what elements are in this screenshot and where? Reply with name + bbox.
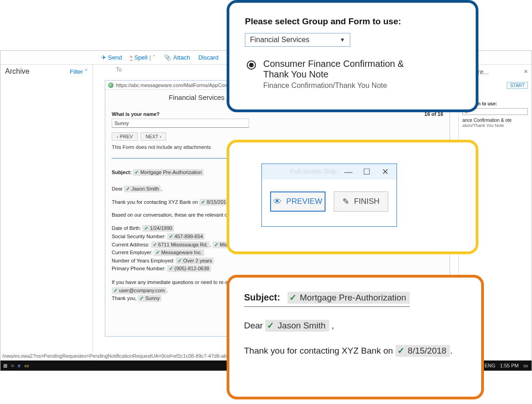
subject-value: Mortgage Pre-Authorization bbox=[140, 169, 202, 176]
finish-button[interactable]: ✎ FINISH bbox=[334, 191, 388, 212]
check-icon: ✓ bbox=[156, 249, 160, 256]
cortana-icon[interactable]: ○ bbox=[11, 363, 14, 368]
check-icon: ✓ bbox=[178, 257, 182, 264]
thankyou-text: Thank you, bbox=[112, 295, 136, 301]
close-icon[interactable]: ✕ bbox=[381, 168, 389, 176]
subject-label: Subject: bbox=[244, 292, 280, 302]
chevron-down-icon: ˅ bbox=[85, 68, 88, 75]
employer-chip: ✓Messageware Inc. bbox=[154, 249, 204, 256]
windows-start-icon[interactable]: ⊞ bbox=[3, 363, 7, 369]
page-icon bbox=[108, 82, 114, 88]
contact-date-chip: ✓8/15/2018 bbox=[199, 199, 231, 206]
next-button[interactable]: NEXT › bbox=[141, 132, 166, 141]
spell-label: Spell bbox=[134, 54, 147, 61]
dob-chip: ✓1/24/1990 bbox=[142, 225, 174, 232]
check-icon: ✓ bbox=[267, 321, 274, 331]
start-button[interactable]: START bbox=[507, 82, 528, 89]
thankyou-line: Thank you for contacting XYZ Bank on bbox=[244, 346, 393, 355]
maximize-icon[interactable]: ☐ bbox=[363, 168, 371, 176]
email-chip: ✓user@company.com bbox=[112, 287, 167, 294]
send-label: Send bbox=[108, 54, 122, 61]
radio-selected-icon bbox=[247, 60, 256, 70]
years-label: Number of Years Employed: bbox=[112, 258, 174, 263]
discard-button[interactable]: Discard bbox=[198, 54, 218, 61]
edge-icon[interactable]: e bbox=[18, 363, 21, 368]
notification-icon[interactable]: ▭ bbox=[523, 363, 528, 369]
radio-subtitle: Finance Confirmation/Thank You Note bbox=[263, 82, 404, 90]
callout-blue-instruction: Please select Group and Form to use: bbox=[245, 16, 460, 27]
dear-text: Dear bbox=[244, 321, 263, 330]
preview-button[interactable]: 👁 PREVIEW bbox=[270, 191, 326, 212]
signer-chip: ✓Sunny bbox=[138, 295, 161, 302]
phone-chip: ✓(905)-812-0638 bbox=[167, 265, 211, 272]
preview-window: Full-screen Snip — ☐ ✕ 👁 PREVIEW ✎ FINIS… bbox=[261, 164, 397, 227]
employer-label: Current Employer: bbox=[112, 250, 152, 255]
tray-time[interactable]: 1:55 PM bbox=[500, 363, 519, 368]
ghost-title: Full-screen Snip bbox=[290, 168, 337, 175]
tray-lang[interactable]: ENG bbox=[484, 363, 495, 368]
callout-preview-finish: Full-screen Snip — ☐ ✕ 👁 PREVIEW ✎ FINIS… bbox=[227, 140, 478, 254]
check-icon: ✓ bbox=[201, 199, 205, 206]
edit-icon: ✎ bbox=[342, 197, 349, 207]
send-icon: ✈ bbox=[101, 54, 106, 61]
minimize-icon[interactable]: — bbox=[344, 168, 353, 176]
check-icon: ✓ bbox=[126, 186, 130, 192]
check-icon: ✓ bbox=[153, 241, 157, 248]
spell-icon: ᵃ bbox=[130, 54, 132, 61]
ssn-chip: ✓457-899-654 bbox=[167, 233, 205, 240]
window-titlebar: Full-screen Snip — ☐ ✕ bbox=[262, 164, 396, 180]
archive-title: Archive bbox=[5, 67, 29, 76]
check-icon: ✓ bbox=[140, 295, 144, 302]
check-icon: ✓ bbox=[289, 293, 297, 303]
paperclip-icon: 📎 bbox=[164, 54, 171, 61]
send-button[interactable]: ✈ Send bbox=[101, 54, 122, 61]
subject-chip: ✓ Mortgage Pre-Authorization bbox=[288, 292, 410, 304]
check-icon: ✓ bbox=[114, 287, 118, 294]
question-input[interactable] bbox=[112, 119, 249, 128]
recipient-chip: ✓ Jason Smith bbox=[265, 320, 329, 332]
right-radio-item[interactable]: ance Confirmation & ote ation/Thank You … bbox=[462, 118, 528, 128]
dropdown-value: Financial Services bbox=[250, 36, 309, 44]
dropdown-caret-icon: | ˅ bbox=[149, 54, 156, 61]
contact-date-chip: ✓ 8/15/2018 bbox=[396, 345, 451, 357]
attach-button[interactable]: 📎 Attach bbox=[164, 54, 190, 61]
check-icon: ✓ bbox=[214, 241, 218, 248]
phone-label: Primary Phone Number: bbox=[112, 266, 166, 271]
callout-email-preview: Subject: ✓ Mortgage Pre-Authorization De… bbox=[227, 275, 484, 399]
check-icon: ✓ bbox=[169, 233, 173, 240]
check-icon: ✓ bbox=[135, 169, 139, 176]
explorer-icon[interactable]: ▭ bbox=[24, 363, 29, 369]
form-radio-option[interactable]: Consumer Finance Confirmation & Thank Yo… bbox=[247, 59, 461, 90]
archive-panel: Archive Filter ˅ bbox=[0, 65, 93, 371]
subject-chip: ✓ Mortgage Pre-Authorization bbox=[133, 169, 204, 176]
recipient-chip: ✓Jason Smith bbox=[124, 186, 161, 192]
discard-label: Discard bbox=[198, 54, 218, 61]
check-icon: ✓ bbox=[397, 346, 405, 356]
close-icon[interactable]: × bbox=[524, 67, 528, 75]
to-field-label[interactable]: To bbox=[116, 66, 122, 73]
years-chip: ✓Over 2 years bbox=[176, 257, 214, 264]
dob-label: Date of Birth: bbox=[112, 225, 141, 231]
spell-button[interactable]: ᵃ Spell | ˅ bbox=[130, 54, 156, 61]
filter-link[interactable]: Filter ˅ bbox=[70, 68, 88, 75]
callout-form-selection: Please select Group and Form to use: Fin… bbox=[227, 0, 478, 112]
addr-street-chip: ✓6711 Mississauga Rd. bbox=[151, 241, 210, 248]
dear-text: Dear bbox=[112, 186, 123, 191]
eye-icon: 👁 bbox=[273, 197, 282, 207]
check-icon: ✓ bbox=[144, 225, 148, 232]
ssn-label: Social Security Number: bbox=[112, 234, 166, 239]
address-label: Current Address: bbox=[112, 242, 150, 247]
group-dropdown[interactable]: Financial Services ▼ bbox=[245, 33, 350, 47]
subject-label: Subject: bbox=[112, 169, 131, 175]
prev-button[interactable]: ‹ PREV bbox=[112, 132, 138, 141]
check-icon: ✓ bbox=[169, 265, 173, 272]
attach-label: Attach bbox=[173, 54, 190, 61]
dropdown-caret-icon: ▼ bbox=[340, 37, 345, 43]
question-label: What is your name? bbox=[112, 111, 160, 117]
